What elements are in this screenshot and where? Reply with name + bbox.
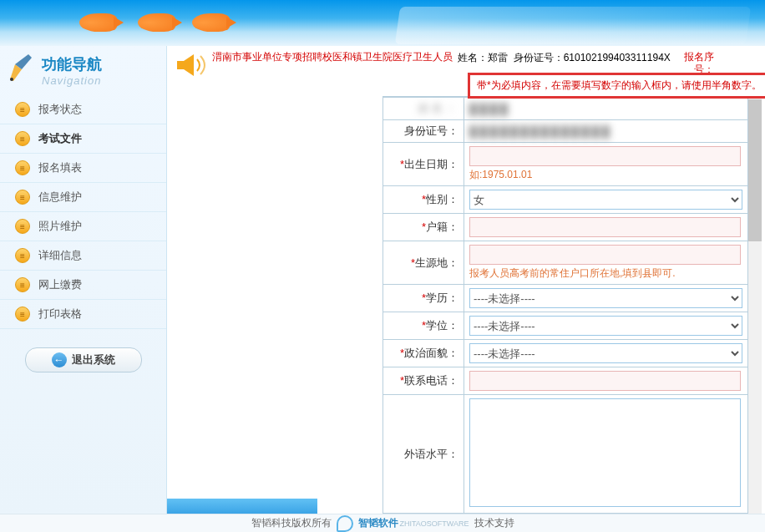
nav-item-info-maintain[interactable]: ≡信息维护	[0, 183, 166, 212]
nav-title: 功能导航	[42, 54, 156, 74]
field-label-degree: *学位：	[383, 312, 464, 340]
field-label-phone: *联系电话：	[383, 367, 464, 395]
name-value: 郑雷	[488, 52, 508, 63]
bullet-icon: ≡	[15, 307, 30, 322]
svg-point-0	[10, 78, 13, 81]
bullet-icon: ≡	[15, 248, 30, 263]
id-value-blurred: ██████████████	[469, 125, 612, 138]
bullet-icon: ≡	[15, 190, 30, 205]
nav-item-exam-docs[interactable]: ≡考试文件	[0, 124, 166, 154]
nav-item-print-form[interactable]: ≡打印表格	[0, 300, 166, 329]
speaker-icon	[172, 51, 209, 79]
bullet-icon: ≡	[15, 160, 30, 175]
logout-button[interactable]: ← 退出系统	[25, 347, 142, 372]
nav-subtitle: Navigation	[42, 74, 156, 87]
sidebar: 功能导航 Navigation ≡报考状态 ≡考试文件 ≡报名填表 ≡信息维护 …	[0, 46, 167, 514]
bullet-icon: ≡	[15, 102, 30, 117]
copyright-text: 智韬科技版权所有	[251, 516, 332, 530]
birth-date-input[interactable]	[469, 146, 741, 166]
phone-input[interactable]	[469, 371, 741, 391]
pen-icon	[7, 53, 37, 83]
degree-select[interactable]: ----未选择----	[469, 316, 742, 336]
nav-label: 网上缴费	[38, 277, 82, 292]
origin-hint: 报考人员高考前的常住户口所在地,填到县即可.	[469, 266, 742, 281]
required-notice-box: 带*为必填内容，在需要填写数字的输入框内，请使用半角数字。	[468, 73, 765, 99]
nav-label: 照片维护	[38, 219, 82, 234]
field-label-edu: *学历：	[383, 285, 464, 312]
content-area: 渭南市事业单位专项招聘校医和镇卫生院医疗卫生人员 姓名：郑雷 身份证号：6101…	[167, 46, 765, 514]
bullet-icon: ≡	[15, 131, 30, 146]
nav-item-detail-info[interactable]: ≡详细信息	[0, 241, 166, 271]
politics-select[interactable]: ----未选择----	[469, 343, 742, 363]
fish-icon	[192, 13, 230, 32]
tech-support-link[interactable]: 技术支持	[474, 516, 514, 530]
scroll-thumb[interactable]	[748, 99, 762, 241]
birth-hint: 如:1975.01.01	[469, 168, 742, 182]
nav-item-status[interactable]: ≡报考状态	[0, 95, 166, 124]
id-value: 610102199403311194X	[564, 52, 671, 63]
brand-sub: ZHITAOSOFTWARE	[400, 519, 469, 528]
nav-label: 详细信息	[38, 248, 82, 263]
nav-label: 信息维护	[38, 190, 82, 205]
logout-label: 退出系统	[72, 352, 115, 367]
field-label-id: 身份证号：	[383, 120, 464, 143]
scrollbar[interactable]	[748, 96, 762, 514]
id-label: 身份证号：	[514, 52, 564, 63]
field-label-lang: 外语水平：	[383, 395, 464, 514]
gender-select[interactable]: 女	[469, 190, 742, 210]
form-container: 姓名： ████ 身份证号： ██████████████ *出生日期： 如:1…	[382, 96, 748, 514]
nav-item-photo-maintain[interactable]: ≡照片维护	[0, 212, 166, 241]
nav-item-register-form[interactable]: ≡报名填表	[0, 154, 166, 183]
footer: 智韬科技版权所有 智韬软件 ZHITAOSOFTWARE 技术支持	[0, 514, 765, 532]
name-value-blurred: ████	[469, 103, 510, 115]
bullet-icon: ≡	[15, 219, 30, 234]
origin-input[interactable]	[469, 245, 741, 265]
company-logo-icon	[337, 515, 353, 532]
field-label-name: 姓名：	[383, 98, 464, 120]
field-label-huji: *户籍：	[383, 214, 464, 241]
fish-icon	[79, 13, 117, 32]
name-label: 姓名：	[458, 52, 488, 63]
field-label-birth: *出生日期：	[383, 143, 464, 186]
language-textarea[interactable]	[469, 398, 741, 507]
arrow-left-icon: ←	[52, 352, 67, 367]
nav-item-online-pay[interactable]: ≡网上缴费	[0, 271, 166, 300]
fish-icon	[138, 13, 175, 32]
nav-label: 打印表格	[38, 307, 82, 322]
field-label-origin: *生源地：	[383, 241, 464, 285]
brand-name: 智韬软件	[358, 516, 398, 530]
decorative-strip	[167, 499, 317, 514]
keyboard-decoration	[395, 7, 751, 44]
field-label-politics: *政治面貌：	[383, 340, 464, 367]
education-select[interactable]: ----未选择----	[469, 288, 742, 308]
top-banner	[0, 0, 765, 46]
nav-label: 报考状态	[38, 102, 82, 117]
field-label-gender: *性别：	[383, 186, 464, 214]
huji-input[interactable]	[469, 217, 741, 237]
nav-label: 报名填表	[38, 160, 82, 175]
bullet-icon: ≡	[15, 277, 30, 292]
nav-label: 考试文件	[38, 131, 82, 146]
